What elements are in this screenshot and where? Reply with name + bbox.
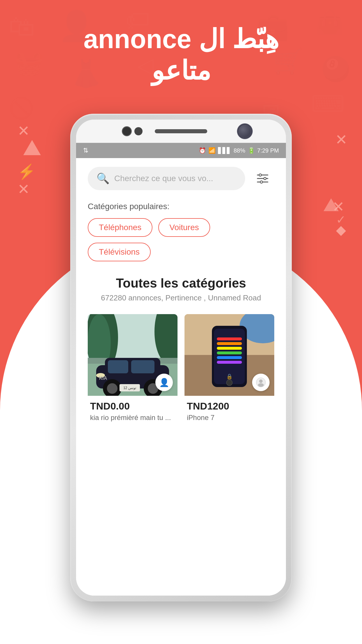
all-categories-title: Toutes les catégories xyxy=(88,276,274,290)
deco-zigzag: ⚡ xyxy=(17,163,36,180)
app-content: 🔍 Cherchez ce que vous vo... xyxy=(76,158,286,596)
deco-x-3: ✕ xyxy=(335,131,347,148)
status-right: ⏰ 📶 ▋▋▋ 88% 🔋 7:29 PM xyxy=(199,147,279,154)
product-price-car: TND0.00 xyxy=(90,400,175,412)
search-placeholder-text: Cherchez ce que vous vo... xyxy=(114,174,213,183)
status-bar: ⇅ ⏰ 📶 ▋▋▋ 88% 🔋 7:29 PM xyxy=(76,143,286,158)
category-pills: Téléphones Voitures Télévisions xyxy=(88,218,274,261)
all-categories-subtitle: 672280 annonces, Pertinence , Unnamed Ro… xyxy=(88,293,274,302)
svg-text:🔒: 🔒 xyxy=(226,373,233,380)
header-subtitle: متاعو xyxy=(0,55,362,86)
product-image-car: 12 تونس KIA 👤 xyxy=(88,314,178,396)
popular-categories-label: Catégories populaires: xyxy=(88,202,274,211)
pill-telephones[interactable]: Téléphones xyxy=(88,218,152,237)
transfer-icon: ⇅ xyxy=(83,147,88,154)
svg-rect-32 xyxy=(217,347,242,350)
product-title-phone: iPhone 7 xyxy=(187,414,272,422)
svg-point-4 xyxy=(264,177,266,180)
camera-left xyxy=(123,127,131,135)
seller-avatar-2 xyxy=(252,374,270,391)
search-input-container[interactable]: 🔍 Cherchez ce que vous vo... xyxy=(88,167,245,190)
svg-rect-35 xyxy=(217,361,242,364)
header-title: هِبّط ال annonce xyxy=(0,23,362,55)
product-card-phone[interactable]: 🔒 xyxy=(184,314,274,424)
svg-rect-15 xyxy=(131,360,154,373)
alarm-icon: ⏰ xyxy=(199,147,206,154)
svg-point-17 xyxy=(107,383,117,394)
deco-x-1: ✕ xyxy=(17,123,30,139)
status-left: ⇅ xyxy=(83,147,88,154)
product-grid: 12 تونس KIA 👤 TND0.00 kia rio prémièré m… xyxy=(88,314,274,424)
camera-front xyxy=(239,125,251,137)
pill-televisions[interactable]: Télévisions xyxy=(88,243,151,261)
phone-frame: ⇅ ⏰ 📶 ▋▋▋ 88% 🔋 7:29 PM 🔍 Cherchez xyxy=(70,114,292,601)
seller-avatar-1: 👤 xyxy=(155,374,173,391)
product-image-phone: 🔒 xyxy=(184,314,274,396)
product-info-phone: TND1200 iPhone 7 xyxy=(184,396,274,424)
camera-left2 xyxy=(134,127,143,135)
svg-rect-14 xyxy=(108,360,128,373)
svg-rect-34 xyxy=(217,356,242,359)
svg-text:KIA: KIA xyxy=(99,376,107,381)
svg-point-40 xyxy=(258,383,264,387)
wifi-icon: 📶 xyxy=(208,147,216,154)
search-icon: 🔍 xyxy=(96,172,110,185)
battery-text: 88% xyxy=(233,147,245,154)
deco-check: ✓ xyxy=(336,213,346,226)
signal-icon: ▋▋▋ xyxy=(218,147,231,154)
svg-rect-30 xyxy=(217,337,242,340)
svg-rect-31 xyxy=(217,342,242,345)
search-bar: 🔍 Cherchez ce que vous vo... xyxy=(88,167,274,190)
time-display: 7:29 PM xyxy=(257,147,279,154)
battery-icon: 🔋 xyxy=(248,147,255,154)
product-title-car: kia rio prémièré main tu ... xyxy=(90,414,175,422)
header-section: هِبّط ال annonce متاعو xyxy=(0,23,362,86)
phone-notch xyxy=(76,120,286,143)
svg-text:12 تونس: 12 تونس xyxy=(123,386,136,390)
pill-voitures[interactable]: Voitures xyxy=(158,218,210,237)
phone-speaker xyxy=(155,129,207,133)
product-info-car: TND0.00 kia rio prémièré main tu ... xyxy=(88,396,178,424)
deco-x-2: ✕ xyxy=(17,181,30,198)
svg-point-37 xyxy=(226,380,232,386)
all-categories-section: Toutes les catégories 672280 annonces, P… xyxy=(88,276,274,302)
svg-rect-33 xyxy=(217,351,242,354)
deco-triangle-2 xyxy=(324,198,339,211)
filter-button[interactable] xyxy=(251,167,274,190)
product-price-phone: TND1200 xyxy=(187,400,272,412)
phone-screen-area: ⇅ ⏰ 📶 ▋▋▋ 88% 🔋 7:29 PM 🔍 Cherchez xyxy=(76,120,286,596)
svg-point-39 xyxy=(259,379,263,383)
svg-point-3 xyxy=(259,174,261,176)
deco-triangle-1 xyxy=(23,140,41,155)
svg-point-5 xyxy=(260,181,263,183)
product-card-car[interactable]: 12 تونس KIA 👤 TND0.00 kia rio prémièré m… xyxy=(88,314,178,424)
phone-mockup: ⇅ ⏰ 📶 ▋▋▋ 88% 🔋 7:29 PM 🔍 Cherchez xyxy=(70,114,292,601)
